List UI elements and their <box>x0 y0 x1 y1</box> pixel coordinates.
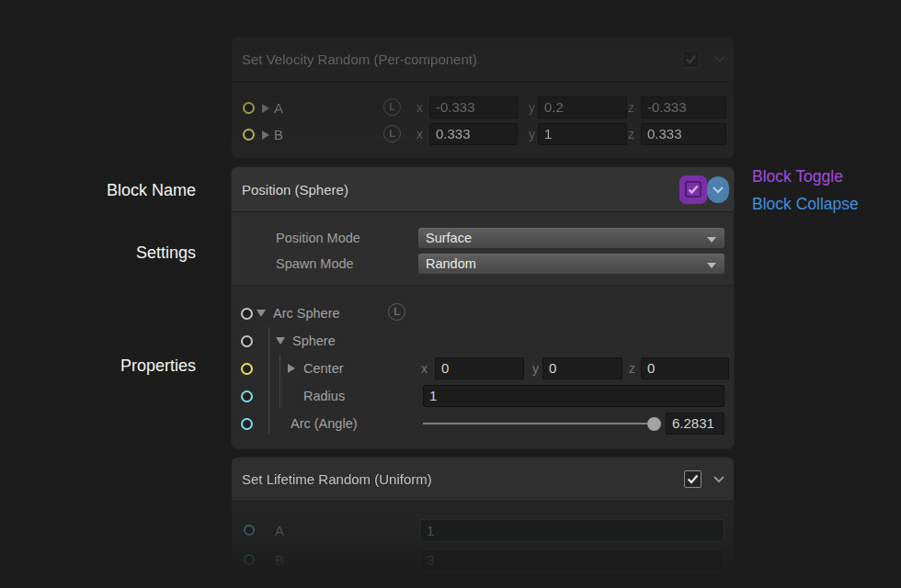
axis-x-label: x <box>416 123 423 145</box>
annotation-block-toggle: Block Toggle <box>752 166 843 187</box>
port-icon[interactable] <box>241 335 253 347</box>
port-icon[interactable] <box>243 129 255 141</box>
axis-z-label: z <box>628 123 634 145</box>
property-row-b: B L x 0.333 y 1 z 0.333 <box>232 122 734 147</box>
check-icon <box>683 51 699 67</box>
block-enabled-checkbox[interactable] <box>685 181 701 198</box>
property-label: Arc (Angle) <box>291 413 358 435</box>
axis-x-label: x <box>416 96 423 119</box>
block-title: Set Velocity Random (Per-component) <box>242 37 477 82</box>
block-properties-area: Arc Sphere L Sphere Center x 0 y 0 z 0 <box>232 286 734 448</box>
block-title: Set Lifetime Random (Uniform) <box>242 458 432 502</box>
setting-label: Position Mode <box>276 228 360 248</box>
property-row-b: B 3 <box>232 548 734 572</box>
property-row-arc-angle: Arc (Angle) 6.2831 <box>232 410 734 437</box>
dropdown-arrow-icon <box>707 237 716 243</box>
block-set-lifetime-random: Set Lifetime Random (Uniform) A 1 B 3 <box>232 458 734 588</box>
property-label: Sphere <box>292 330 336 352</box>
z-value-field[interactable]: -0.333 <box>641 96 726 119</box>
annotation-settings: Settings <box>0 243 196 263</box>
local-space-icon[interactable]: L <box>383 125 401 142</box>
property-label: B <box>275 549 284 571</box>
property-row-center: Center x 0 y 0 z 0 <box>232 355 734 382</box>
y-value-field[interactable]: 0 <box>542 357 622 379</box>
check-icon <box>687 183 700 196</box>
y-value-field[interactable]: 0.2 <box>538 96 627 119</box>
annotation-block-name: Block Name <box>0 180 196 200</box>
axis-y-label: y <box>529 123 535 145</box>
port-icon[interactable] <box>244 525 255 536</box>
axis-y-label: y <box>532 357 539 379</box>
property-label: B <box>274 124 283 146</box>
foldout-arrow-icon[interactable] <box>262 130 269 140</box>
foldout-arrow-icon[interactable] <box>288 364 295 373</box>
position-mode-dropdown[interactable]: Surface <box>418 228 724 248</box>
property-label: Center <box>303 357 344 379</box>
value-field[interactable]: 1 <box>419 519 724 542</box>
dropdown-value: Surface <box>426 231 472 245</box>
annotation-properties: Properties <box>0 356 196 376</box>
setting-label: Spawn Mode <box>276 254 354 274</box>
block-collapse-highlight <box>707 176 729 203</box>
port-icon[interactable] <box>241 418 253 430</box>
y-value-field[interactable]: 1 <box>538 123 627 145</box>
property-label: A <box>275 520 284 542</box>
port-icon[interactable] <box>241 390 253 402</box>
collapse-chevron-icon[interactable] <box>713 475 725 483</box>
annotation-block-collapse: Block Collapse <box>752 194 859 214</box>
property-row-sphere: Sphere <box>232 327 734 355</box>
collapse-chevron-icon[interactable] <box>713 55 726 63</box>
foldout-arrow-icon[interactable] <box>276 337 285 345</box>
radius-value-field[interactable]: 1 <box>423 385 724 407</box>
z-value-field[interactable]: 0.333 <box>641 123 726 145</box>
block-position-sphere: Position (Sphere) Position Mode Surface … <box>232 167 734 448</box>
block-set-velocity-random: Set Velocity Random (Per-component) A L … <box>232 37 734 158</box>
port-icon[interactable] <box>241 363 253 375</box>
arc-value-field[interactable]: 6.2831 <box>666 413 724 435</box>
block-toggle-highlight <box>679 175 707 204</box>
foldout-arrow-icon[interactable] <box>257 310 266 317</box>
property-label: Radius <box>303 385 345 407</box>
block-title: Position (Sphere) <box>242 167 348 212</box>
dropdown-value: Random <box>426 256 476 271</box>
property-label: A <box>274 97 283 119</box>
block-header[interactable]: Set Velocity Random (Per-component) <box>232 37 734 82</box>
port-icon[interactable] <box>244 554 255 565</box>
property-row-a: A 1 <box>232 518 734 543</box>
value-field[interactable]: 3 <box>419 548 724 571</box>
local-space-icon[interactable]: L <box>388 303 405 321</box>
x-value-field[interactable]: 0.333 <box>429 123 518 145</box>
block-enabled-checkbox[interactable] <box>684 470 701 488</box>
x-value-field[interactable]: 0 <box>435 357 524 379</box>
local-space-icon[interactable]: L <box>383 98 401 116</box>
z-value-field[interactable]: 0 <box>641 357 729 379</box>
property-row-a: A L x -0.333 y 0.2 z -0.333 <box>232 96 734 120</box>
x-value-field[interactable]: -0.333 <box>429 96 518 119</box>
property-row-arc-sphere: Arc Sphere L <box>232 300 734 327</box>
port-icon[interactable] <box>243 102 255 114</box>
foldout-arrow-icon[interactable] <box>262 104 269 113</box>
block-settings-area: Position Mode Surface Spawn Mode Random <box>232 212 734 286</box>
collapse-chevron-icon[interactable] <box>712 186 724 194</box>
spawn-mode-dropdown[interactable]: Random <box>418 254 724 274</box>
property-row-radius: Radius 1 <box>232 382 734 410</box>
check-icon <box>685 471 701 487</box>
axis-z-label: z <box>629 357 635 379</box>
property-label: Arc Sphere <box>273 302 340 324</box>
block-header[interactable]: Position (Sphere) <box>232 167 734 212</box>
block-header[interactable]: Set Lifetime Random (Uniform) <box>232 458 734 502</box>
port-icon[interactable] <box>241 308 253 320</box>
block-enabled-checkbox[interactable] <box>682 51 700 68</box>
dropdown-arrow-icon <box>707 263 716 268</box>
axis-y-label: y <box>529 96 535 119</box>
vfx-block-inspector: Block Name Settings Properties Block Tog… <box>0 0 901 588</box>
axis-z-label: z <box>628 96 634 119</box>
arc-slider-track[interactable] <box>423 423 647 424</box>
arc-slider-handle[interactable] <box>647 417 661 431</box>
axis-x-label: x <box>421 357 428 379</box>
